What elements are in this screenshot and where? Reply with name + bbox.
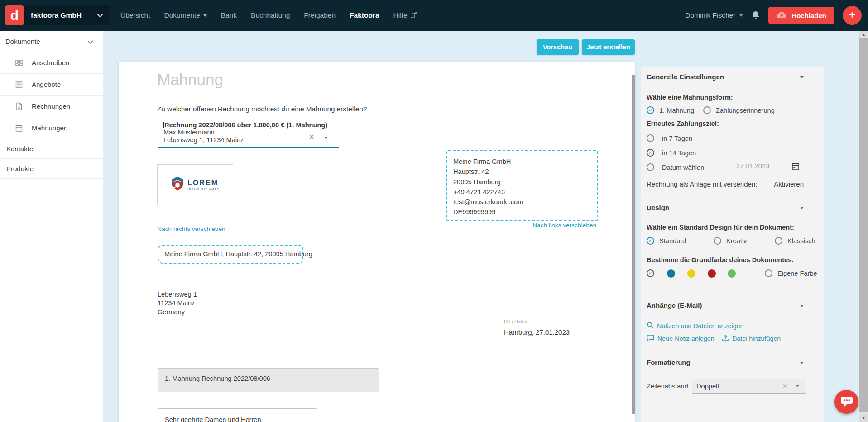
color-swatch-teal[interactable] (667, 269, 675, 278)
search-icon (647, 321, 654, 330)
sidebar-item-produkte[interactable]: Produkte (0, 159, 103, 179)
settings-panel: Generelle Einstellungen Wähle eine Mahnu… (641, 67, 824, 422)
attach-invoice-label: Rechnung als Anlage mit versenden: (647, 180, 757, 188)
move-logo-right-link[interactable]: Nach rechts verschieben (157, 225, 225, 232)
divider (641, 296, 824, 296)
chevron-down-icon (203, 14, 207, 17)
logo-brand-text: LOREM (187, 179, 219, 187)
collapse-formatting-icon[interactable] (800, 362, 804, 364)
nav-dokumente[interactable]: Dokumente (164, 11, 206, 19)
document-editor: Mahnung Zu welcher offenen Rechnung möch… (119, 62, 635, 422)
radio-1-mahnung[interactable]: ✓ (647, 106, 654, 114)
page-scrollbar[interactable]: ▲ ▼ (859, 31, 868, 422)
chat-support-button[interactable] (834, 390, 858, 414)
sidebar-item-kontakte[interactable]: Kontakte (0, 139, 103, 159)
activate-attachment-button[interactable]: Aktivieren (774, 180, 804, 188)
add-file-link[interactable]: Datei hinzufügen (722, 334, 781, 343)
sidebar-item-mahnungen[interactable]: Mahnungen (0, 117, 103, 139)
radio-design-kreativ-label[interactable]: Kreativ (726, 237, 747, 245)
radio-design-klassisch-label[interactable]: Klassisch (787, 237, 815, 245)
salutation-field[interactable]: Sehr geehrte Damen und Herren, (158, 408, 317, 422)
divider (641, 353, 824, 353)
logo-letter: d (10, 9, 19, 22)
nav-faktoora[interactable]: Faktoora (350, 11, 379, 19)
company-switcher[interactable]: d faktoora GmbH (5, 5, 110, 25)
company-name: faktoora GmbH (31, 11, 82, 19)
radio-design-standard[interactable]: ✓ (647, 237, 654, 245)
user-name: Dominik Fischer (685, 11, 735, 19)
sidebar-item-anschreiben[interactable]: Anschreiben (0, 52, 103, 74)
radio-zahlungserinnerung-label[interactable]: Zahlungserinnerung (716, 107, 775, 114)
cloud-upload-icon (777, 11, 787, 20)
new-note-link[interactable]: Neue Notiz anlegen (647, 334, 715, 343)
invoice-select[interactable]: Rechnung 2022/08/006 über 1.800,00 € (1.… (158, 121, 339, 148)
radio-datum-waehlen[interactable] (647, 163, 654, 171)
color-swatch-red[interactable] (708, 269, 716, 278)
dropdown-caret-icon (796, 385, 799, 387)
invoice-question: Zu welcher offenen Rechnung möchtest du … (157, 105, 367, 113)
scroll-down-button[interactable]: ▼ (859, 414, 868, 422)
add-new-button[interactable]: + (843, 6, 862, 25)
collapse-general-icon[interactable] (800, 76, 804, 78)
preview-button[interactable]: Vorschau (537, 39, 579, 55)
notifications-bell-icon[interactable] (751, 10, 760, 20)
radio-zahlungserinnerung[interactable] (703, 106, 711, 114)
divider (641, 198, 824, 198)
recipient-address[interactable]: Lebensweg 1 11234 Mainz Germany (158, 290, 197, 316)
color-swatch-yellow[interactable] (687, 269, 695, 278)
company-address-block[interactable]: Meine Firma GmbH Hauptstr. 42 20095 Hamb… (446, 150, 598, 221)
radio-design-kreativ[interactable] (714, 237, 721, 245)
sidebar-item-angebote[interactable]: Angebote (0, 74, 103, 96)
radio-7-tage-label[interactable]: in 7 Tagen (662, 135, 692, 142)
place-date-field[interactable]: Ort / Datum Hamburg, 27.01.2023 (504, 319, 595, 340)
chat-bubble-icon (840, 395, 854, 409)
external-link-icon (411, 11, 417, 20)
logo-tagline-text: IPSUM SIT AMET (187, 188, 219, 191)
upload-icon (722, 334, 729, 343)
faktoora-logo: d (5, 5, 24, 25)
radio-1-mahnung-label[interactable]: 1. Mahnung (659, 107, 694, 114)
line-spacing-select[interactable]: Doppelt × (692, 379, 806, 394)
collapse-design-icon[interactable] (800, 207, 804, 209)
create-now-button[interactable]: Jetzt erstellen (582, 39, 635, 55)
radio-7-tage[interactable] (647, 134, 654, 142)
section-attachments-title: Anhänge (E-Mail) (647, 302, 702, 309)
nav-buchhaltung[interactable]: Buchhaltung (251, 11, 290, 19)
document-scrollbar[interactable] (632, 75, 635, 414)
upload-button[interactable]: Hochladen (768, 7, 834, 24)
nav-freigaben[interactable]: Freigaben (304, 11, 336, 19)
clear-selection-icon[interactable]: × (309, 131, 314, 142)
scroll-up-button[interactable]: ▲ (859, 31, 868, 38)
radio-eigene-farbe-label[interactable]: Eigene Farbe (777, 270, 817, 277)
line-spacing-label: Zeilenabstand (647, 383, 688, 390)
radio-14-tage-label[interactable]: in 14 Tagen (662, 149, 696, 157)
radio-datum-waehlen-label[interactable]: Datum wählen (662, 164, 704, 171)
clear-selection-icon[interactable]: × (782, 382, 787, 391)
show-notes-files-link[interactable]: Notizen und Dateien anzeigen (647, 321, 744, 330)
radio-14-tage[interactable]: ✓ (647, 149, 654, 157)
color-selected-check[interactable]: ✓ (647, 269, 654, 277)
calendar-icon[interactable] (791, 162, 800, 173)
dropdown-caret-icon[interactable] (324, 137, 328, 139)
main-nav: Übersicht Dokumente Bank Buchhaltung Fre… (120, 0, 417, 31)
calendar-icon (14, 124, 24, 133)
nav-hilfe[interactable]: Hilfe (393, 11, 417, 20)
collapse-attachments-icon[interactable] (800, 305, 804, 307)
nav-bank[interactable]: Bank (221, 11, 237, 19)
scrollbar-thumb[interactable] (859, 38, 868, 412)
radio-design-klassisch[interactable] (775, 237, 782, 245)
move-address-left-link[interactable]: Nach links verschieben (446, 222, 596, 229)
radio-eigene-farbe[interactable] (765, 269, 772, 277)
subject-field[interactable]: 1. Mahnung Rechnung 2022/08/006 (158, 368, 379, 392)
sidebar-section-dokumente[interactable]: Dokumente (0, 31, 103, 52)
text-cursor (163, 122, 164, 128)
sender-line-block[interactable]: Meine Firma GmbH, Hauptstr. 42, 20095 Ha… (158, 245, 303, 264)
base-color-label: Bestimme die Grundfarbe deines Dokumente… (647, 256, 794, 264)
sidebar-item-rechnungen[interactable]: Rechnungen (0, 96, 103, 117)
color-swatch-green[interactable] (728, 269, 736, 278)
nav-uebersicht[interactable]: Übersicht (120, 11, 150, 19)
user-menu[interactable]: Dominik Fischer (685, 11, 743, 19)
company-logo-box[interactable]: LOREM IPSUM SIT AMET (157, 164, 233, 205)
section-general-title: Generelle Einstellungen (647, 73, 724, 81)
radio-design-standard-label[interactable]: Standard (659, 237, 686, 245)
